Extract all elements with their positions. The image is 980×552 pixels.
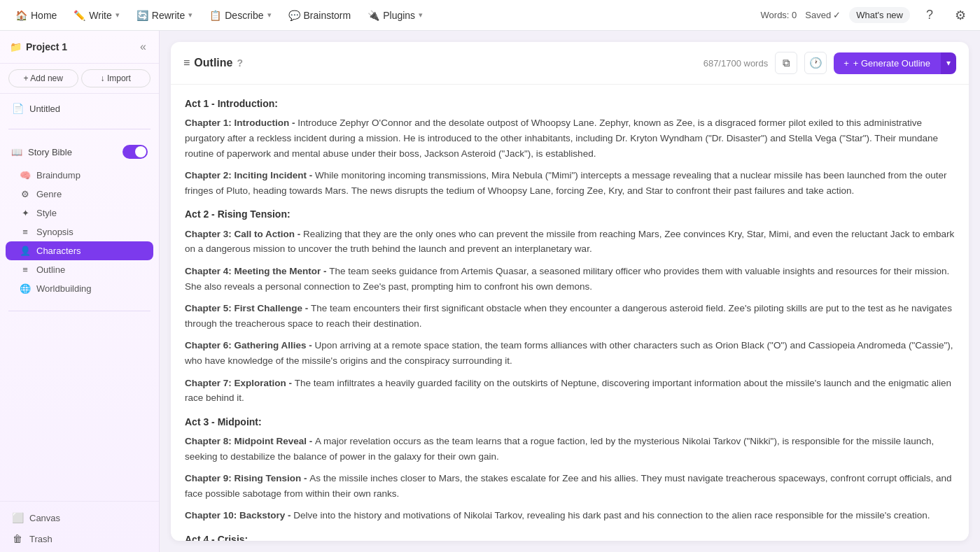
chapter-title: Chapter 10: Backstory - xyxy=(185,510,293,521)
chapter-title: Chapter 4: Meeting the Mentor - xyxy=(185,266,329,276)
import-button[interactable]: ↓ Import xyxy=(81,69,151,87)
rewrite-icon: 🔄 xyxy=(136,10,148,21)
chapter-body: The team infiltrates a heavily guarded f… xyxy=(185,378,951,404)
story-bible-items: 🧠 Braindump ⚙ Genre ✦ Style ≡ Synopsis 👤 xyxy=(0,164,159,301)
chapter-body: Introduce Zephyr O'Connor and the desola… xyxy=(185,118,938,158)
describe-button[interactable]: 📋 Describe ▾ xyxy=(202,6,278,24)
sidebar-item-untitled[interactable]: 📄 Untitled xyxy=(0,98,159,119)
canvas-icon: ⬜ xyxy=(11,512,24,523)
settings-icon: ⚙ xyxy=(955,8,966,23)
chapter-body: Delve into the history and motivations o… xyxy=(293,510,930,521)
outline-chapter: Chapter 1: Introduction - Introduce Zeph… xyxy=(185,115,955,161)
rewrite-button[interactable]: 🔄 Rewrite ▾ xyxy=(130,6,200,24)
sidebar-divider-2 xyxy=(8,311,150,311)
trash-icon: 🗑 xyxy=(11,533,24,544)
home-button[interactable]: 🏠 Home xyxy=(8,6,64,24)
outline-header-right: 687/1700 words ⧉ 🕐 + + Generate Outline xyxy=(704,52,956,74)
generate-btn-container: + + Generate Outline ▾ xyxy=(834,52,956,74)
characters-icon: 👤 xyxy=(20,246,31,256)
word-count-label: Words: 0 xyxy=(761,10,797,20)
outline-title: ≡ Outline ? xyxy=(183,57,243,69)
write-chevron-icon: ▾ xyxy=(115,10,120,20)
write-icon: ✏️ xyxy=(74,10,85,21)
content-area: ≡ Outline ? 687/1700 words ⧉ 🕐 + xyxy=(160,31,980,552)
style-icon: ✦ xyxy=(20,208,31,218)
help-icon: ? xyxy=(926,8,933,22)
outline-chapter: Chapter 6: Gathering Allies - Upon arriv… xyxy=(185,338,955,368)
sidebar-item-outline[interactable]: ≡ Outline xyxy=(0,260,159,279)
outline-icon: ≡ xyxy=(20,264,31,275)
chapter-title: Chapter 5: First Challenge - xyxy=(185,303,311,313)
outline-act: Act 1 - Introduction: xyxy=(185,96,955,111)
outline-panel: ≡ Outline ? 687/1700 words ⧉ 🕐 + xyxy=(171,42,969,541)
genre-icon: ⚙ xyxy=(20,189,31,199)
sidebar-nav: 📄 Untitled xyxy=(0,94,159,123)
outline-content[interactable]: Act 1 - Introduction:Chapter 1: Introduc… xyxy=(171,85,969,541)
rewrite-chevron-icon: ▾ xyxy=(188,10,192,20)
outline-chapter: Chapter 9: Rising Tension - As the missi… xyxy=(185,471,955,501)
brainstorm-button[interactable]: 💬 Brainstorm xyxy=(281,6,358,24)
plugins-button[interactable]: 🔌 Plugins ▾ xyxy=(360,6,430,24)
generate-outline-chevron[interactable]: ▾ xyxy=(940,52,956,74)
describe-icon: 📋 xyxy=(209,10,221,21)
copy-button[interactable]: ⧉ xyxy=(775,52,797,74)
sidebar-collapse-button[interactable]: « xyxy=(137,39,149,55)
story-bible-icon: 📖 xyxy=(11,147,22,157)
nav-right-section: Words: 0 Saved ✓ What's new ? ⚙ xyxy=(761,4,972,27)
document-icon: 📄 xyxy=(11,103,24,114)
braindump-icon: 🧠 xyxy=(20,170,31,181)
generate-chevron-icon: ▾ xyxy=(946,58,951,68)
sidebar-item-braindump[interactable]: 🧠 Braindump xyxy=(0,166,159,185)
sidebar: 📁 Project 1 « + Add new ↓ Import 📄 Untit… xyxy=(0,31,160,552)
sidebar-bottom: ⬜ Canvas 🗑 Trash xyxy=(0,501,159,552)
worldbuilding-icon: 🌐 xyxy=(20,283,31,294)
sidebar-item-style[interactable]: ✦ Style xyxy=(0,204,159,222)
plugins-icon: 🔌 xyxy=(368,10,379,21)
help-button[interactable]: ? xyxy=(918,4,941,27)
outline-act: Act 3 - Midpoint: xyxy=(185,414,955,430)
story-bible-header[interactable]: 📖 Story Bible xyxy=(0,139,159,164)
chapter-title: Chapter 2: Inciting Incident - xyxy=(185,170,315,181)
sidebar-actions: + Add new ↓ Import xyxy=(0,64,159,94)
home-label: Home xyxy=(31,10,57,21)
sidebar-item-trash[interactable]: 🗑 Trash xyxy=(0,528,159,549)
outline-chapter: Chapter 7: Exploration - The team infilt… xyxy=(185,376,955,406)
chapter-title: Chapter 1: Introduction - xyxy=(185,118,298,128)
chapter-title: Chapter 8: Midpoint Reveal - xyxy=(185,436,315,446)
sidebar-item-synopsis[interactable]: ≡ Synopsis xyxy=(0,222,159,241)
main-layout: 📁 Project 1 « + Add new ↓ Import 📄 Untit… xyxy=(0,31,980,552)
generate-outline-button[interactable]: + + Generate Outline xyxy=(834,52,940,74)
whats-new-button[interactable]: What's new xyxy=(849,7,910,23)
outline-word-count: 687/1700 words xyxy=(704,58,769,69)
outline-chapter: Chapter 8: Midpoint Reveal - A major rev… xyxy=(185,434,955,464)
sidebar-item-canvas[interactable]: ⬜ Canvas xyxy=(0,507,159,528)
history-button[interactable]: 🕐 xyxy=(804,52,827,74)
brainstorm-icon: 💬 xyxy=(288,10,300,21)
home-icon: 🏠 xyxy=(15,10,27,21)
chapter-title: Chapter 9: Rising Tension - xyxy=(185,473,309,483)
outline-title-icon: ≡ xyxy=(183,57,190,69)
describe-chevron-icon: ▾ xyxy=(267,10,272,20)
plugins-chevron-icon: ▾ xyxy=(419,10,423,20)
sidebar-divider xyxy=(8,129,150,129)
outline-chapter: Chapter 10: Backstory - Delve into the h… xyxy=(185,508,955,523)
chapter-title: Chapter 6: Gathering Allies - xyxy=(185,340,315,351)
sidebar-item-worldbuilding[interactable]: 🌐 Worldbuilding xyxy=(0,279,159,298)
saved-indicator: Saved ✓ xyxy=(805,10,841,20)
story-bible-toggle[interactable] xyxy=(122,145,148,159)
outline-act: Act 2 - Rising Tension: xyxy=(185,206,955,222)
copy-icon: ⧉ xyxy=(783,57,790,69)
history-icon: 🕐 xyxy=(809,57,822,69)
top-navigation: 🏠 Home ✏️ Write ▾ 🔄 Rewrite ▾ 📋 Describe… xyxy=(0,0,980,31)
outline-help-icon[interactable]: ? xyxy=(237,57,243,69)
outline-chapter: Chapter 2: Inciting Incident - While mon… xyxy=(185,168,955,198)
synopsis-icon: ≡ xyxy=(20,227,31,237)
project-icon: 📁 xyxy=(10,41,22,52)
settings-button[interactable]: ⚙ xyxy=(949,4,972,27)
sidebar-item-characters[interactable]: 👤 Characters xyxy=(6,241,153,260)
sidebar-item-genre[interactable]: ⚙ Genre xyxy=(0,185,159,204)
outline-chapter: Chapter 3: Call to Action - Realizing th… xyxy=(185,227,955,257)
write-button[interactable]: ✏️ Write ▾ xyxy=(66,6,126,24)
add-new-button[interactable]: + Add new xyxy=(8,69,78,87)
chapter-title: Chapter 3: Call to Action - xyxy=(185,229,303,239)
